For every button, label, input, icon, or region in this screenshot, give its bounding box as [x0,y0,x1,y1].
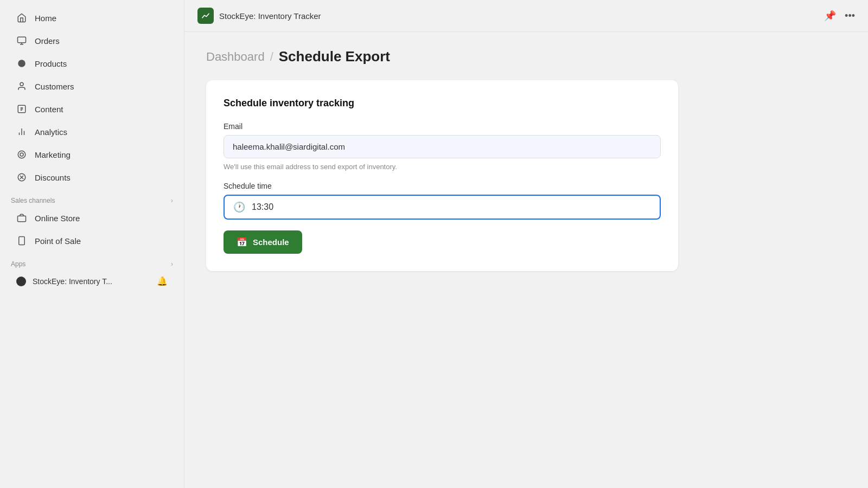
sidebar-item-marketing[interactable]: Marketing [5,144,178,165]
svg-rect-16 [19,237,25,245]
calendar-icon: 📅 [237,237,247,247]
schedule-button-label: Schedule [253,237,289,247]
schedule-card: Schedule inventory tracking Email We'll … [206,80,678,271]
breadcrumb-parent[interactable]: Dashboard [206,50,265,64]
apps-section: Apps › [0,252,184,270]
marketing-icon [16,149,27,160]
topbar-actions: 📌 ••• [824,10,855,22]
app-bell-icon[interactable]: 🔔 [157,276,168,286]
apps-chevron-icon[interactable]: › [171,260,173,268]
email-hint: We'll use this email address to send exp… [224,163,661,171]
orders-icon [16,35,27,46]
schedule-time-label: Schedule time [224,182,661,190]
app-dot-icon [16,277,26,286]
svg-point-3 [18,60,25,67]
email-form-group: Email We'll use this email address to se… [224,122,661,171]
sidebar-item-orders[interactable]: Orders [5,30,178,52]
breadcrumb: Dashboard / Schedule Export [206,48,846,65]
svg-point-13 [20,153,23,156]
svg-point-12 [18,151,25,158]
discounts-icon [16,172,27,183]
sidebar-item-discounts-label: Discounts [35,173,71,182]
online-store-icon [16,213,27,223]
sidebar-item-products[interactable]: Products [5,53,178,74]
products-icon [16,58,27,69]
sidebar-item-orders-label: Orders [35,36,60,46]
sidebar-item-customers[interactable]: Customers [5,75,178,97]
email-field[interactable] [224,135,661,158]
analytics-icon [16,126,27,137]
content-icon [16,104,27,114]
breadcrumb-separator: / [270,50,273,64]
sidebar-item-customers-label: Customers [35,82,74,91]
card-title: Schedule inventory tracking [224,98,661,109]
schedule-time-form-group: Schedule time 🕐 [224,182,661,220]
sidebar-item-home[interactable]: Home [5,7,178,29]
notification-bell-icon[interactable]: 📌 [824,10,836,22]
sidebar-item-home-label: Home [35,14,56,23]
schedule-button[interactable]: 📅 Schedule [224,230,302,254]
sales-channels-chevron-icon[interactable]: › [171,196,173,204]
schedule-time-input[interactable] [252,202,651,212]
svg-rect-15 [18,216,26,222]
sidebar-item-content-label: Content [35,105,63,114]
sidebar-item-online-store-label: Online Store [35,214,80,223]
sidebar-item-online-store[interactable]: Online Store [5,207,178,229]
topbar: StockEye: Inventory Tracker 📌 ••• [184,0,868,32]
app-title: StockEye: Inventory Tracker [219,11,321,21]
email-label: Email [224,122,661,131]
svg-point-4 [20,82,23,86]
sidebar-item-point-of-sale[interactable]: Point of Sale [5,230,178,252]
app-logo-icon [197,8,214,24]
home-icon [16,12,27,23]
pos-icon [16,235,27,246]
sidebar-item-marketing-label: Marketing [35,150,71,159]
sidebar: Home Orders Products Customers [0,0,184,488]
more-options-icon[interactable]: ••• [845,10,855,22]
sidebar-item-stockeye[interactable]: StockEye: Inventory T... 🔔 [5,271,178,292]
svg-rect-0 [18,37,26,43]
sidebar-item-analytics[interactable]: Analytics [5,121,178,143]
sidebar-item-products-label: Products [35,59,67,68]
clock-icon: 🕐 [233,201,245,213]
sidebar-item-discounts[interactable]: Discounts [5,166,178,188]
sales-channels-section: Sales channels › [0,189,184,207]
breadcrumb-current: Schedule Export [279,48,390,65]
main-content: StockEye: Inventory Tracker 📌 ••• Dashbo… [184,0,868,488]
page-content: Dashboard / Schedule Export Schedule inv… [184,32,868,488]
customers-icon [16,81,27,92]
sidebar-item-point-of-sale-label: Point of Sale [35,236,81,246]
sidebar-item-content[interactable]: Content [5,98,178,120]
time-input-wrapper: 🕐 [224,195,661,220]
sidebar-item-stockeye-label: StockEye: Inventory T... [33,277,112,286]
sidebar-item-analytics-label: Analytics [35,127,67,137]
